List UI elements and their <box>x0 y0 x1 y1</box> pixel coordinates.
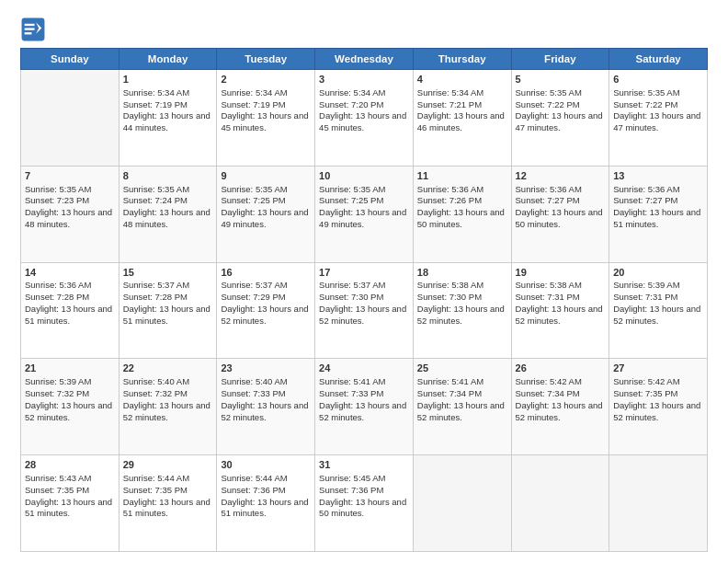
daylight-text: Daylight: 13 hours and 52 minutes. <box>417 400 507 424</box>
daylight-text: Daylight: 13 hours and 52 minutes. <box>123 400 213 424</box>
calendar-cell: 19Sunrise: 5:38 AMSunset: 7:31 PMDayligh… <box>511 262 609 359</box>
calendar-cell: 18Sunrise: 5:38 AMSunset: 7:30 PMDayligh… <box>413 262 511 359</box>
calendar-cell: 8Sunrise: 5:35 AMSunset: 7:24 PMDaylight… <box>119 166 217 262</box>
day-number: 5 <box>516 73 606 86</box>
calendar-cell: 1Sunrise: 5:34 AMSunset: 7:19 PMDaylight… <box>119 70 217 167</box>
day-number: 27 <box>613 362 703 375</box>
day-number: 1 <box>123 73 213 86</box>
sunset-text: Sunset: 7:32 PM <box>123 388 213 400</box>
calendar-week-2: 7Sunrise: 5:35 AMSunset: 7:23 PMDaylight… <box>21 166 708 262</box>
sunset-text: Sunset: 7:33 PM <box>319 388 409 400</box>
daylight-text: Daylight: 13 hours and 52 minutes. <box>221 400 311 424</box>
days-header-row: SundayMondayTuesdayWednesdayThursdayFrid… <box>21 49 708 70</box>
calendar-cell: 10Sunrise: 5:35 AMSunset: 7:25 PMDayligh… <box>315 166 414 262</box>
calendar-week-1: 1Sunrise: 5:34 AMSunset: 7:19 PMDaylight… <box>21 70 708 167</box>
svg-rect-4 <box>25 32 32 34</box>
daylight-text: Daylight: 13 hours and 52 minutes. <box>319 400 409 424</box>
daylight-text: Daylight: 13 hours and 52 minutes. <box>613 400 703 424</box>
daylight-text: Daylight: 13 hours and 51 minutes. <box>123 304 213 327</box>
daylight-text: Daylight: 13 hours and 51 minutes. <box>123 497 213 521</box>
sunrise-text: Sunrise: 5:37 AM <box>221 280 311 292</box>
sunset-text: Sunset: 7:22 PM <box>516 99 606 111</box>
day-header-saturday: Saturday <box>609 49 708 70</box>
day-number: 15 <box>123 266 213 280</box>
daylight-text: Daylight: 13 hours and 47 minutes. <box>516 110 606 134</box>
daylight-text: Daylight: 13 hours and 50 minutes. <box>417 207 507 231</box>
sunset-text: Sunset: 7:30 PM <box>319 292 409 304</box>
sunset-text: Sunset: 7:26 PM <box>417 195 507 207</box>
day-header-sunday: Sunday <box>21 49 119 70</box>
sunrise-text: Sunrise: 5:40 AM <box>123 376 213 388</box>
sunrise-text: Sunrise: 5:35 AM <box>319 184 409 196</box>
calendar-cell: 26Sunrise: 5:42 AMSunset: 7:34 PMDayligh… <box>511 359 609 455</box>
day-number: 25 <box>417 362 507 375</box>
sunset-text: Sunset: 7:36 PM <box>221 485 311 497</box>
sunset-text: Sunset: 7:22 PM <box>613 99 703 111</box>
page: SundayMondayTuesdayWednesdayThursdayFrid… <box>0 0 728 563</box>
sunset-text: Sunset: 7:35 PM <box>613 388 703 400</box>
daylight-text: Daylight: 13 hours and 47 minutes. <box>613 110 703 134</box>
day-number: 10 <box>319 169 409 183</box>
day-number: 6 <box>613 73 703 86</box>
day-number: 7 <box>25 169 115 183</box>
daylight-text: Daylight: 13 hours and 50 minutes. <box>319 497 409 521</box>
sunrise-text: Sunrise: 5:45 AM <box>319 473 409 485</box>
calendar-cell: 6Sunrise: 5:35 AMSunset: 7:22 PMDaylight… <box>609 70 708 167</box>
sunset-text: Sunset: 7:29 PM <box>221 292 311 304</box>
sunrise-text: Sunrise: 5:34 AM <box>123 87 213 99</box>
day-number: 11 <box>417 169 507 183</box>
calendar-cell: 4Sunrise: 5:34 AMSunset: 7:21 PMDaylight… <box>413 70 511 167</box>
calendar-cell: 20Sunrise: 5:39 AMSunset: 7:31 PMDayligh… <box>609 262 708 359</box>
calendar-body: 1Sunrise: 5:34 AMSunset: 7:19 PMDaylight… <box>21 70 708 552</box>
calendar-cell: 14Sunrise: 5:36 AMSunset: 7:28 PMDayligh… <box>21 262 119 359</box>
daylight-text: Daylight: 13 hours and 49 minutes. <box>319 207 409 231</box>
sunset-text: Sunset: 7:24 PM <box>123 195 213 207</box>
sunset-text: Sunset: 7:25 PM <box>221 195 311 207</box>
calendar-cell: 11Sunrise: 5:36 AMSunset: 7:26 PMDayligh… <box>413 166 511 262</box>
sunrise-text: Sunrise: 5:41 AM <box>319 376 409 388</box>
calendar-table: SundayMondayTuesdayWednesdayThursdayFrid… <box>20 48 708 552</box>
daylight-text: Daylight: 13 hours and 51 minutes. <box>613 207 703 231</box>
day-number: 8 <box>123 169 213 183</box>
day-number: 20 <box>613 266 703 280</box>
calendar-cell <box>21 70 119 167</box>
sunset-text: Sunset: 7:20 PM <box>319 99 409 111</box>
calendar-cell <box>609 455 708 552</box>
day-header-tuesday: Tuesday <box>217 49 315 70</box>
calendar-cell: 9Sunrise: 5:35 AMSunset: 7:25 PMDaylight… <box>217 166 315 262</box>
day-number: 31 <box>319 458 409 472</box>
sunrise-text: Sunrise: 5:36 AM <box>516 184 606 196</box>
sunrise-text: Sunrise: 5:39 AM <box>25 376 115 388</box>
daylight-text: Daylight: 13 hours and 52 minutes. <box>516 304 606 327</box>
sunrise-text: Sunrise: 5:34 AM <box>319 87 409 99</box>
sunset-text: Sunset: 7:35 PM <box>123 485 213 497</box>
calendar-week-4: 21Sunrise: 5:39 AMSunset: 7:32 PMDayligh… <box>21 359 708 455</box>
day-number: 28 <box>25 458 115 472</box>
calendar-cell: 5Sunrise: 5:35 AMSunset: 7:22 PMDaylight… <box>511 70 609 167</box>
day-header-monday: Monday <box>119 49 217 70</box>
daylight-text: Daylight: 13 hours and 49 minutes. <box>221 207 311 231</box>
day-number: 26 <box>516 362 606 375</box>
calendar-cell: 12Sunrise: 5:36 AMSunset: 7:27 PMDayligh… <box>511 166 609 262</box>
day-number: 13 <box>613 169 703 183</box>
sunrise-text: Sunrise: 5:35 AM <box>221 184 311 196</box>
logo <box>20 17 50 42</box>
day-number: 29 <box>123 458 213 472</box>
daylight-text: Daylight: 13 hours and 52 minutes. <box>319 304 409 327</box>
calendar-cell <box>413 455 511 552</box>
daylight-text: Daylight: 13 hours and 51 minutes. <box>221 497 311 521</box>
sunrise-text: Sunrise: 5:42 AM <box>516 376 606 388</box>
daylight-text: Daylight: 13 hours and 50 minutes. <box>516 207 606 231</box>
daylight-text: Daylight: 13 hours and 52 minutes. <box>613 304 703 327</box>
sunset-text: Sunset: 7:34 PM <box>417 388 507 400</box>
calendar-cell: 24Sunrise: 5:41 AMSunset: 7:33 PMDayligh… <box>315 359 414 455</box>
calendar-cell: 21Sunrise: 5:39 AMSunset: 7:32 PMDayligh… <box>21 359 119 455</box>
day-number: 19 <box>516 266 606 280</box>
calendar-cell: 23Sunrise: 5:40 AMSunset: 7:33 PMDayligh… <box>217 359 315 455</box>
day-number: 14 <box>25 266 115 280</box>
sunset-text: Sunset: 7:31 PM <box>516 292 606 304</box>
daylight-text: Daylight: 13 hours and 52 minutes. <box>516 400 606 424</box>
sunrise-text: Sunrise: 5:41 AM <box>417 376 507 388</box>
sunrise-text: Sunrise: 5:35 AM <box>613 87 703 99</box>
svg-rect-3 <box>25 28 35 29</box>
